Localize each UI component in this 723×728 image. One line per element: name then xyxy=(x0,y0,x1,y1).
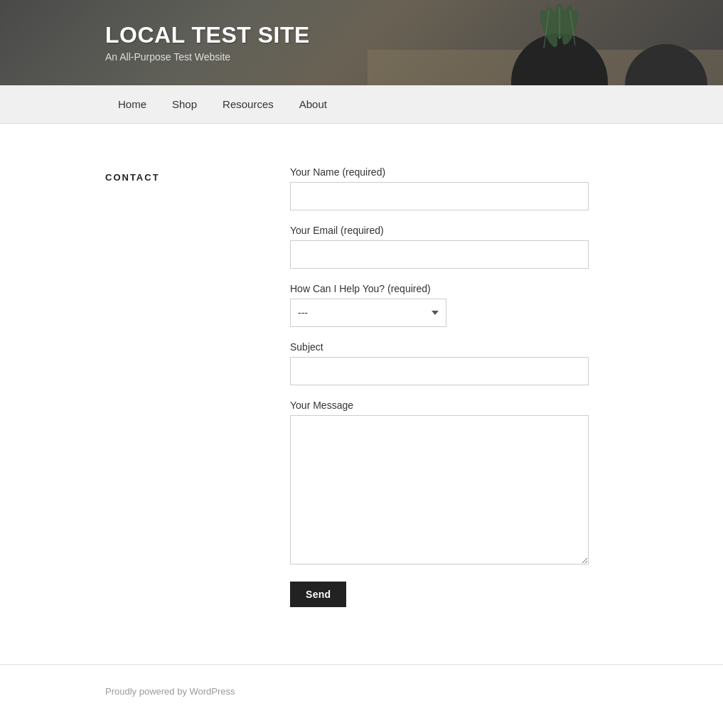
name-label: Your Name (required) xyxy=(290,166,589,178)
header-plant-svg xyxy=(368,0,723,85)
form-group-help: How Can I Help You? (required) --- Gener… xyxy=(290,283,589,327)
header-decoration xyxy=(368,0,723,85)
footer-powered-by: Proudly powered by WordPress xyxy=(105,686,618,697)
sidebar: CONTACT xyxy=(105,166,262,607)
nav-list: Home Shop Resources About xyxy=(105,85,618,123)
site-footer: Proudly powered by WordPress xyxy=(0,664,723,718)
email-label: Your Email (required) xyxy=(290,225,589,236)
help-label: How Can I Help You? (required) xyxy=(290,283,589,294)
subject-input[interactable] xyxy=(290,357,589,385)
message-textarea[interactable] xyxy=(290,415,589,564)
nav-item-about[interactable]: About xyxy=(286,85,340,123)
contact-section-heading: CONTACT xyxy=(105,172,262,183)
nav-link-home[interactable]: Home xyxy=(105,85,159,123)
nav-link-resources[interactable]: Resources xyxy=(210,85,286,123)
main-content: CONTACT Your Name (required) Your Email … xyxy=(0,124,723,664)
form-group-email: Your Email (required) xyxy=(290,225,589,269)
message-label: Your Message xyxy=(290,400,589,411)
nav-link-about[interactable]: About xyxy=(286,85,340,123)
main-nav: Home Shop Resources About xyxy=(0,85,723,124)
svg-point-1 xyxy=(511,33,608,85)
nav-link-shop[interactable]: Shop xyxy=(159,85,210,123)
form-group-subject: Subject xyxy=(290,341,589,385)
email-input[interactable] xyxy=(290,240,589,269)
form-group-message: Your Message xyxy=(290,400,589,567)
contact-form-container: Your Name (required) Your Email (require… xyxy=(290,166,589,607)
header-text-block: LOCAL TEST SITE An All-Purpose Test Webs… xyxy=(105,23,310,62)
site-tagline: An All-Purpose Test Website xyxy=(105,51,310,63)
contact-form: Your Name (required) Your Email (require… xyxy=(290,166,589,607)
nav-item-shop[interactable]: Shop xyxy=(159,85,210,123)
subject-label: Subject xyxy=(290,341,589,353)
content-layout: CONTACT Your Name (required) Your Email … xyxy=(105,166,618,607)
help-select-wrapper: --- General Inquiry Support Other xyxy=(290,299,446,327)
site-title: LOCAL TEST SITE xyxy=(105,23,310,48)
name-input[interactable] xyxy=(290,182,589,210)
send-button[interactable]: Send xyxy=(290,582,346,607)
site-header: LOCAL TEST SITE An All-Purpose Test Webs… xyxy=(0,0,723,85)
help-select[interactable]: --- General Inquiry Support Other xyxy=(290,299,446,327)
nav-item-home[interactable]: Home xyxy=(105,85,159,123)
nav-item-resources[interactable]: Resources xyxy=(210,85,286,123)
form-group-name: Your Name (required) xyxy=(290,166,589,210)
